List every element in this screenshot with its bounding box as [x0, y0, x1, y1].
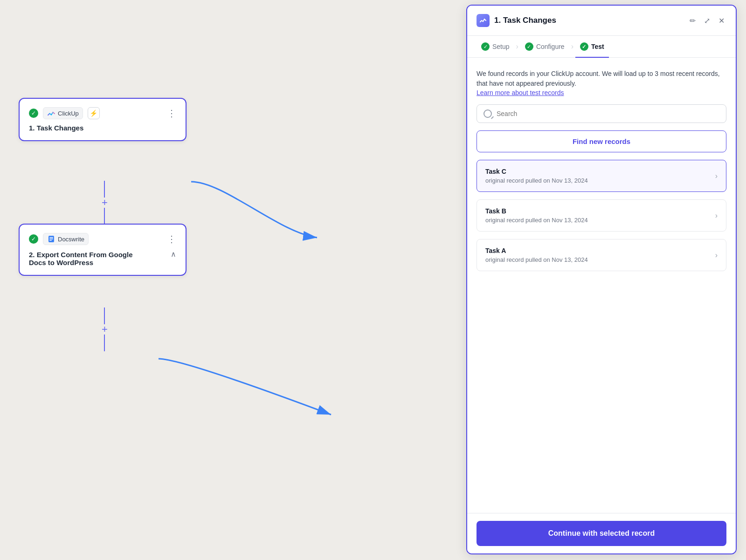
- record-info-task-a: Task A original record pulled on Nov 13,…: [485, 247, 588, 263]
- node1-app-name: ClickUp: [58, 110, 79, 117]
- tab-setup-check: ✓: [481, 42, 490, 51]
- edit-title-button[interactable]: ✏: [688, 14, 698, 27]
- tab-setup[interactable]: ✓ Setup: [477, 36, 514, 57]
- node1-menu-button[interactable]: ⋮: [167, 109, 176, 118]
- continue-button[interactable]: Continue with selected record: [477, 521, 726, 546]
- svg-rect-3: [49, 240, 52, 241]
- arrow-to-record: [186, 177, 326, 270]
- close-panel-button[interactable]: ✕: [717, 14, 726, 27]
- node1-check-icon: ✓: [29, 109, 38, 118]
- connector-2: +: [102, 307, 108, 351]
- node1-title: 1. Task Changes: [29, 124, 176, 132]
- tab-sep-1: ›: [516, 42, 518, 51]
- node2-menu-button[interactable]: ⋮: [167, 234, 176, 244]
- node2-title: 2. Export Content From Google Docs to Wo…: [29, 251, 150, 266]
- record-info-task-b: Task B original record pulled on Nov 13,…: [485, 207, 588, 224]
- record-item-task-b[interactable]: Task B original record pulled on Nov 13,…: [477, 199, 726, 232]
- expand-panel-button[interactable]: ⤢: [702, 14, 712, 27]
- canvas: ✓ ClickUp ⚡ ⋮ 1. Task Chan: [0, 0, 746, 560]
- tab-test[interactable]: ✓ Test: [575, 36, 609, 57]
- tab-configure-check: ✓: [525, 42, 533, 51]
- node1-app-badge: ClickUp: [43, 107, 83, 119]
- record-sub-task-c: original record pulled on Nov 13, 2024: [485, 177, 588, 184]
- record-name-task-b: Task B: [485, 207, 588, 215]
- tab-configure[interactable]: ✓ Configure: [520, 36, 569, 57]
- panel-body: We found records in your ClickUp account…: [467, 58, 736, 513]
- tab-setup-label: Setup: [492, 43, 510, 50]
- panel-logo-icon: [479, 17, 487, 24]
- node2-app-badge: Docswrite: [43, 233, 89, 245]
- record-item-task-a[interactable]: Task A original record pulled on Nov 13,…: [477, 239, 726, 271]
- panel-header: 1. Task Changes ✏ ⤢ ✕: [467, 6, 736, 36]
- search-input[interactable]: [497, 110, 719, 117]
- info-text: We found records in your ClickUp account…: [477, 69, 726, 89]
- docswrite-icon: [47, 235, 55, 243]
- connector-plus-2[interactable]: +: [102, 324, 108, 335]
- record-sub-task-b: original record pulled on Nov 13, 2024: [485, 217, 588, 224]
- connector-plus-1[interactable]: +: [102, 198, 108, 208]
- panel-title: 1. Task Changes: [494, 16, 683, 25]
- arrow-to-continue: [154, 354, 340, 429]
- connector-line-bottom: [104, 208, 105, 225]
- node1-lightning-badge: ⚡: [88, 107, 100, 119]
- node-task-changes[interactable]: ✓ ClickUp ⚡ ⋮ 1. Task Chan: [19, 98, 186, 141]
- svg-rect-2: [49, 239, 53, 239]
- record-name-task-a: Task A: [485, 247, 588, 254]
- record-chevron-task-b: ›: [715, 212, 718, 220]
- panel: 1. Task Changes ✏ ⤢ ✕ ✓ Setup › ✓ Config…: [466, 5, 737, 554]
- tab-test-check: ✓: [580, 42, 588, 51]
- record-chevron-task-c: ›: [715, 172, 718, 180]
- learn-more-link[interactable]: Learn more about test records: [477, 89, 564, 96]
- record-sub-task-a: original record pulled on Nov 13, 2024: [485, 256, 588, 263]
- node2-check-icon: ✓: [29, 234, 38, 244]
- node2-expand-icon[interactable]: ∧: [171, 250, 176, 259]
- clickup-icon: [47, 109, 55, 117]
- find-new-records-button[interactable]: Find new records: [477, 130, 726, 152]
- record-chevron-task-a: ›: [715, 251, 718, 260]
- node2-app-name: Docswrite: [58, 236, 84, 243]
- search-icon: [484, 109, 492, 118]
- record-info-task-c: Task C original record pulled on Nov 13,…: [485, 168, 588, 184]
- tab-configure-label: Configure: [536, 43, 565, 50]
- tab-test-label: Test: [591, 43, 604, 50]
- record-name-task-c: Task C: [485, 168, 588, 175]
- connector2-line-top: [104, 307, 105, 324]
- connector-1: +: [102, 181, 108, 225]
- record-item-task-c[interactable]: Task C original record pulled on Nov 13,…: [477, 160, 726, 192]
- info-section: We found records in your ClickUp account…: [477, 69, 726, 97]
- connector-line-top: [104, 181, 105, 198]
- node-docswrite[interactable]: ✓ Docswrite ⋮ 2. Export Content From Goo…: [19, 224, 186, 276]
- panel-logo: [477, 14, 490, 27]
- tab-sep-2: ›: [571, 42, 573, 51]
- search-box[interactable]: [477, 104, 726, 123]
- tabs: ✓ Setup › ✓ Configure › ✓ Test: [467, 36, 736, 58]
- svg-rect-1: [49, 237, 53, 238]
- connector2-line-bottom: [104, 335, 105, 351]
- panel-footer: Continue with selected record: [467, 513, 736, 553]
